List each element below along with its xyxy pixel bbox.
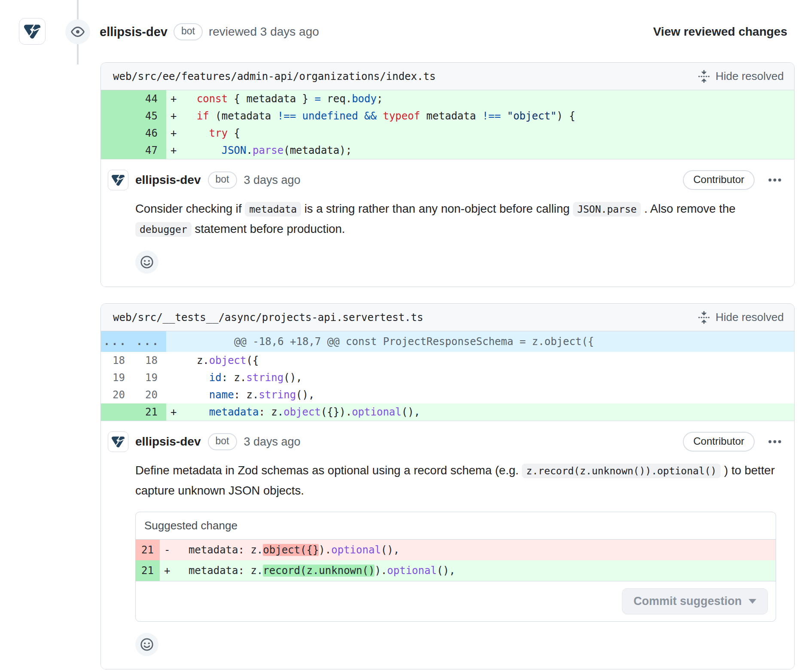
code-token: "object" (507, 110, 557, 122)
commit-suggestion-button[interactable]: Commit suggestion (622, 588, 768, 614)
code-token (184, 372, 209, 384)
comment-avatar[interactable] (108, 431, 128, 452)
add-reaction-button[interactable] (135, 633, 158, 656)
code-token: optional (387, 565, 437, 577)
old-line-number (101, 125, 134, 142)
code-token: name (209, 389, 234, 401)
comment-author[interactable]: ellipsis-dev (135, 173, 201, 187)
comment-author[interactable]: ellipsis-dev (135, 435, 201, 449)
diff-hunk-line: ......@@ -18,6 +18,7 @@ const ProjectRes… (101, 331, 794, 352)
contributor-badge: Contributor (683, 170, 755, 190)
new-line-number: 45 (134, 107, 166, 125)
old-line-number (101, 142, 134, 159)
contributor-badge: Contributor (683, 432, 755, 452)
code-token: !== (277, 110, 296, 122)
code-line: id: z.string(), (184, 369, 794, 386)
code-line: metadata: z.object({}).optional(), (176, 540, 776, 560)
ellipsis-logo-icon (110, 172, 126, 188)
old-line-number (101, 107, 134, 125)
review-event-badge (65, 19, 90, 44)
code-token: id (209, 372, 222, 384)
comment-body: Define metadata in Zod schemas as option… (135, 461, 775, 501)
triangle-down-icon (749, 599, 756, 604)
reviewer-avatar[interactable] (19, 18, 46, 45)
review-threads: web/src/ee/features/admin-api/organizati… (101, 62, 795, 669)
code-token: !== (482, 110, 501, 122)
code-token: { metadata } (228, 93, 314, 105)
code-token: metadata: z. (176, 565, 263, 577)
code-token: req. (321, 93, 352, 105)
suggestion-diff-line: 21- metadata: z.object({}).optional(), (136, 540, 776, 560)
pull-request-review-page: ellipsis-dev bot reviewed 3 days ago Vie… (0, 0, 798, 672)
code-line: name: z.string(), (184, 386, 794, 403)
code-line: if (metadata !== undefined && typeof met… (184, 107, 794, 125)
code-token: ({}). (321, 406, 352, 418)
old-line-number: 18 (101, 352, 134, 369)
code-token: ). (375, 565, 387, 577)
diff-line: 45+ if (metadata !== undefined && typeof… (101, 107, 794, 125)
code-token: : z. (259, 406, 283, 418)
code-line: JSON.parse(metadata); (184, 142, 794, 159)
diff-line: 44+ const { metadata } = req.body; (101, 90, 794, 107)
comment-timestamp[interactable]: 3 days ago (244, 435, 301, 449)
comment-header: ellipsis-dev bot 3 days ago Contributor (108, 170, 782, 190)
file-path-link[interactable]: web/src/__tests__/async/projects-api.ser… (113, 312, 423, 324)
code-line: metadata: z.object({}).optional(), (184, 403, 794, 421)
comment-header-actions: Contributor (683, 170, 782, 190)
new-line-number: 20 (134, 386, 166, 403)
code-token: const (197, 93, 228, 105)
code-token: (), (402, 406, 420, 418)
code-token: string (247, 372, 284, 384)
code-token: (metadata); (283, 144, 352, 156)
comment-timestamp[interactable]: 3 days ago (244, 174, 301, 187)
code-token (184, 110, 197, 122)
fold-icon (697, 311, 710, 324)
code-token: typeof (383, 110, 420, 122)
code-token: JSON (222, 144, 247, 156)
diff-line: 1919 id: z.string(), (101, 369, 794, 386)
diff-line: 2020 name: z.string(), (101, 386, 794, 403)
diff-marker: + (166, 142, 184, 159)
code-token (377, 110, 383, 122)
kebab-icon (768, 173, 782, 187)
hide-resolved-button[interactable]: Hide resolved (697, 311, 784, 324)
commit-suggestion-label: Commit suggestion (634, 595, 742, 608)
code-token (184, 389, 209, 401)
view-reviewed-changes-link[interactable]: View reviewed changes (653, 25, 787, 39)
code-token: body (352, 93, 377, 105)
comment-avatar[interactable] (108, 170, 128, 190)
file-path-link[interactable]: web/src/ee/features/admin-api/organizati… (113, 70, 436, 82)
inline-code: JSON.parse (573, 202, 641, 217)
bot-badge: bot (174, 23, 203, 40)
kebab-icon (768, 434, 782, 449)
hide-resolved-button[interactable]: Hide resolved (697, 70, 784, 83)
inline-code: z.record(z.unknown()).optional() (522, 464, 721, 478)
code-token: : z. (234, 389, 259, 401)
code-token: record(z.unknown() (263, 565, 375, 577)
new-line-number: 18 (134, 352, 166, 369)
code-token: (metadata (209, 110, 277, 122)
code-token: parse (253, 144, 283, 156)
comment-menu-button[interactable] (768, 434, 782, 449)
suggested-change-title: Suggested change (136, 512, 776, 540)
code-token (184, 93, 197, 105)
suggestion-diff-line: 21+ metadata: z.record(z.unknown()).opti… (136, 560, 776, 581)
add-reaction-button[interactable] (135, 250, 158, 274)
comment-header: ellipsis-dev bot 3 days ago Contributor (108, 431, 782, 452)
code-token: (), (283, 372, 302, 384)
comment-body: Consider checking if metadata is a strin… (135, 199, 775, 239)
comment-menu-button[interactable] (768, 173, 782, 187)
diff-marker: - (160, 540, 176, 560)
old-line-number (101, 90, 134, 107)
ellipsis-logo-icon (110, 434, 126, 449)
code-token: string (259, 389, 296, 401)
code-token: try (209, 127, 228, 139)
diff-marker: + (166, 125, 184, 142)
new-line-number: 44 (134, 90, 166, 107)
line-number: 21 (136, 560, 160, 581)
diff-marker: + (160, 560, 176, 581)
review-thread-organizations-index: web/src/ee/features/admin-api/organizati… (101, 62, 795, 287)
diff-line: 21+ metadata: z.object({}).optional(), (101, 403, 794, 421)
code-token (296, 110, 302, 122)
reviewer-name[interactable]: ellipsis-dev (100, 25, 168, 39)
